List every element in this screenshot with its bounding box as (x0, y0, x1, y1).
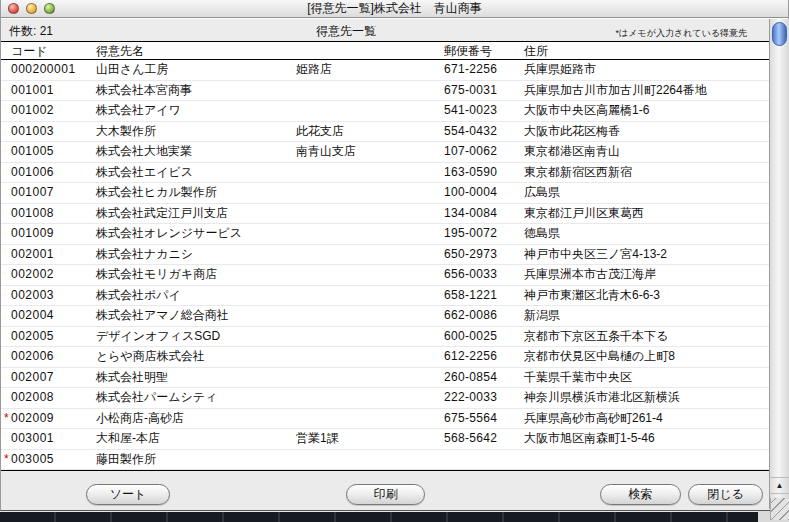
customer-branch: 此花支店 (296, 122, 344, 142)
customer-code: 001008 (11, 204, 54, 224)
print-button[interactable]: 印刷 (346, 484, 425, 505)
postal-code: 541-0023 (444, 101, 497, 121)
button-bar: ソート 印刷 検索 閉じる (1, 470, 788, 510)
list-header-bar: 件数: 21 得意先一覧 *はメモが入力されている得意先 (1, 19, 769, 41)
customer-address: 東京都港区南青山 (524, 142, 620, 162)
customer-row[interactable]: 002001 株式会社ナカニシ 650-2973 神戸市中央区三ノ宮4-13-2 (1, 245, 769, 266)
customer-name: 株式会社パームシティ (96, 388, 217, 408)
column-header-name: 得意先名 (96, 43, 144, 59)
customer-row[interactable]: 002005 デザインオフィスSGD 600-0025 京都市下京区五条千本下る (1, 327, 769, 348)
customer-row[interactable]: 002008 株式会社パームシティ 222-0033 神奈川県横浜市港北区新横浜 (1, 388, 769, 409)
customer-row[interactable]: 001003 大木製作所 此花支店 554-0432 大阪市此花区梅香 (1, 122, 769, 143)
customer-name: 大和屋-本店 (96, 429, 160, 449)
customer-code: 002008 (11, 388, 54, 408)
customer-address: 大阪市此花区梅香 (524, 122, 620, 142)
customer-row[interactable]: 001006 株式会社エイビス 163-0590 東京都新宿区西新宿 (1, 163, 769, 184)
screen: [得意先一覧]株式会社 青山商事 件数: 21 得意先一覧 *はメモが入力されて… (0, 0, 789, 522)
customer-name: 株式会社オレンジサービス (96, 224, 242, 244)
customer-row[interactable]: 001007 株式会社ヒカル製作所 100-0004 広島県 (1, 183, 769, 204)
postal-code: 195-0072 (444, 224, 497, 244)
memo-asterisk: * (4, 450, 9, 470)
background-window-strip (0, 512, 758, 522)
customer-code: 001001 (11, 81, 54, 101)
customer-name: 株式会社ナカニシ (96, 245, 193, 265)
customer-row[interactable]: 002002 株式会社モリガキ商店 656-0033 兵庫県洲本市古茂江海岸 (1, 265, 769, 286)
postal-code: 554-0432 (444, 122, 497, 142)
customer-address: 京都市伏見区中島樋の上町8 (524, 347, 675, 367)
close-window-icon[interactable] (8, 3, 19, 14)
postal-code: 568-5642 (444, 429, 497, 449)
customer-address: 兵庫県加古川市加古川町2264番地 (524, 81, 707, 101)
customer-code: 003005 (11, 450, 54, 470)
customer-code: 001007 (11, 183, 54, 203)
postal-code: 656-0033 (444, 265, 497, 285)
customer-code: 002005 (11, 327, 54, 347)
customer-address: 神奈川県横浜市港北区新横浜 (524, 388, 680, 408)
customer-name: 藤田製作所 (96, 450, 156, 470)
customer-name: 株式会社エイビス (96, 163, 193, 183)
customer-branch: 営業1課 (296, 429, 339, 449)
postal-code: 222-0033 (444, 388, 497, 408)
customer-address: 神戸市中央区三ノ宮4-13-2 (524, 245, 667, 265)
sort-button[interactable]: ソート (86, 484, 170, 505)
customer-branch: 南青山支店 (296, 142, 356, 162)
customer-row[interactable]: 002003 株式会社ポパイ 658-1221 神戸市東灘区北青木6-6-3 (1, 286, 769, 307)
customer-address: 徳島県 (524, 224, 560, 244)
customer-address: 神戸市東灘区北青木6-6-3 (524, 286, 660, 306)
customer-row[interactable]: 002006 とらや商店株式会社 612-2256 京都市伏見区中島樋の上町8 (1, 347, 769, 368)
customer-code: 002003 (11, 286, 54, 306)
customer-row[interactable]: 002007 株式会社明聖 260-0854 千葉県千葉市中央区 (1, 368, 769, 389)
postal-code: 134-0084 (444, 204, 497, 224)
customer-row[interactable]: 000200001 山田さん工房 姫路店 671-2256 兵庫県姫路市 (1, 60, 769, 81)
titlebar[interactable]: [得意先一覧]株式会社 青山商事 (1, 0, 788, 18)
customer-row[interactable]: 001001 株式会社本宮商事 675-0031 兵庫県加古川市加古川町2264… (1, 81, 769, 102)
minimize-window-icon[interactable] (26, 3, 37, 14)
customer-code: 001003 (11, 122, 54, 142)
customer-name: 株式会社大地実業 (96, 142, 192, 162)
customer-address: 東京都江戸川区東葛西 (524, 204, 644, 224)
customer-row[interactable]: 002004 株式会社アマノ総合商社 662-0086 新潟県 (1, 306, 769, 327)
customer-list-window: [得意先一覧]株式会社 青山商事 件数: 21 得意先一覧 *はメモが入力されて… (0, 0, 789, 511)
customer-name: 株式会社ポパイ (96, 286, 181, 306)
customer-name: 株式会社明聖 (96, 368, 168, 388)
customer-name: 株式会社本宮商事 (96, 81, 192, 101)
customer-name: 山田さん工房 (96, 60, 169, 80)
customer-row[interactable]: * 002009 小松商店-高砂店 675-5564 兵庫県高砂市高砂町261-… (1, 409, 769, 430)
customer-row[interactable]: 003001 大和屋-本店 営業1課 568-5642 大阪市旭区南森町1-5-… (1, 429, 769, 450)
resize-grip-icon[interactable] (770, 498, 789, 520)
customer-row[interactable]: 001008 株式会社武定江戸川支店 134-0084 東京都江戸川区東葛西 (1, 204, 769, 225)
record-count: 件数: 21 (9, 23, 53, 40)
customer-row[interactable]: 001005 株式会社大地実業 南青山支店 107-0062 東京都港区南青山 (1, 142, 769, 163)
customer-row[interactable]: 001002 株式会社アイワ 541-0023 大阪市中央区高麗橋1-6 (1, 101, 769, 122)
postal-code: 600-0025 (444, 327, 497, 347)
close-button[interactable]: 閉じる (688, 484, 763, 505)
customer-name: 小松商店-高砂店 (96, 409, 184, 429)
column-header-address: 住所 (524, 43, 548, 59)
customer-address: 東京都新宿区西新宿 (524, 163, 632, 183)
customer-row[interactable]: 001009 株式会社オレンジサービス 195-0072 徳島県 (1, 224, 769, 245)
customer-name: 株式会社武定江戸川支店 (96, 204, 228, 224)
scrollbar-thumb[interactable] (772, 22, 787, 46)
column-header-postal: 郵便番号 (444, 43, 492, 59)
customer-code: 001006 (11, 163, 54, 183)
customer-row[interactable]: * 003005 藤田製作所 (1, 450, 769, 471)
customer-code: 001009 (11, 224, 54, 244)
postal-code: 658-1221 (444, 286, 497, 306)
vertical-scrollbar[interactable] (769, 19, 789, 477)
customer-code: 000200001 (11, 60, 76, 80)
customer-address: 新潟県 (524, 306, 560, 326)
postal-code: 260-0854 (444, 368, 497, 388)
window-controls (8, 3, 55, 14)
postal-code: 107-0062 (444, 142, 497, 162)
window-title: [得意先一覧]株式会社 青山商事 (1, 0, 788, 17)
customer-code: 003001 (11, 429, 54, 449)
column-header-code: コード (11, 43, 48, 59)
memo-note: *はメモが入力されている得意先 (616, 27, 747, 40)
zoom-window-icon[interactable] (44, 3, 55, 14)
customer-code: 002009 (11, 409, 54, 429)
customer-name: デザインオフィスSGD (96, 327, 220, 347)
scroll-up-icon[interactable]: ▲ (769, 477, 789, 493)
postal-code: 671-2256 (444, 60, 497, 80)
customer-code: 001002 (11, 101, 54, 121)
search-button[interactable]: 検索 (600, 484, 681, 505)
